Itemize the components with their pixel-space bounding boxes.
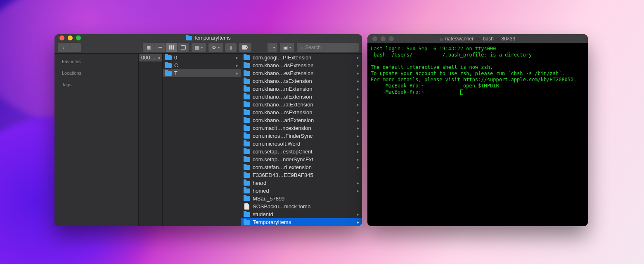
finder-toolbar: ‹ › ▦ ☰ ▦▾ ▾ ▾ ▣▾ ⌕ Search xyxy=(54,42,362,54)
search-icon: ⌕ xyxy=(300,45,303,50)
column-row[interactable]: MSau_57899 xyxy=(241,195,362,203)
sidebar-heading-favorites[interactable]: Favorites xyxy=(54,57,138,66)
column-row[interactable]: com.micros…FinderSync▸ xyxy=(241,132,362,140)
folder-icon xyxy=(244,126,250,131)
column-row[interactable]: com.stefan…ri.extension▸ xyxy=(241,163,362,171)
search-input[interactable]: ⌕ Search xyxy=(297,43,359,52)
column-row[interactable]: homed▸ xyxy=(241,187,362,195)
home-icon: ⌂ xyxy=(440,36,443,41)
column-row[interactable]: com.khano…ialExtension▸ xyxy=(241,101,362,108)
finder-window[interactable]: TemporaryItems ‹ › ▦ ☰ ▦▾ ▾ ▾ ▣▾ ⌕ Searc… xyxy=(54,34,362,226)
terminal-window[interactable]: ⌂ nateswanner — -bash — 80×33 Last login… xyxy=(367,34,588,226)
path-dropdown[interactable]: ▾ xyxy=(268,43,277,52)
column-row[interactable]: com.setap…nderSyncExt▸ xyxy=(241,156,362,163)
column-1[interactable]: 0▸C▸T▸ xyxy=(163,54,241,226)
column-2[interactable]: com.googl…PIExtension▸com.khano…dsExtens… xyxy=(241,54,362,226)
column-row[interactable]: C▸ xyxy=(163,61,241,69)
folder-icon xyxy=(244,102,250,107)
terminal-titlebar[interactable]: ⌂ nateswanner — -bash — 80×33 xyxy=(367,34,588,43)
column-row[interactable]: com.khano…dsExtension▸ xyxy=(241,61,362,69)
column-0[interactable]: 000gn▸ xyxy=(139,54,163,226)
column-row[interactable]: heard▸ xyxy=(241,179,362,187)
folder-icon xyxy=(186,36,192,40)
column-row[interactable]: T▸ xyxy=(163,69,241,77)
traffic-lights xyxy=(59,35,81,40)
group-by-button[interactable]: ▦▾ xyxy=(192,43,206,52)
share-button[interactable] xyxy=(225,43,237,52)
maximize-button[interactable] xyxy=(389,36,394,41)
folder-icon xyxy=(244,165,250,170)
folder-icon xyxy=(244,118,250,123)
column-row[interactable]: SOSBacku…nlock-tomb xyxy=(241,203,362,210)
column-row[interactable]: com.setap…esktopClient▸ xyxy=(241,148,362,156)
view-switcher[interactable]: ▦ ☰ xyxy=(143,43,189,52)
window-title: TemporaryItems xyxy=(194,35,231,41)
nav-group: ‹ › xyxy=(58,43,81,52)
file-icon xyxy=(244,203,249,210)
finder-body: Favorites Locations Tags 000gn▸ 0▸C▸T▸ c… xyxy=(54,54,362,226)
gallery-view-button[interactable] xyxy=(178,43,189,52)
folder-icon xyxy=(244,220,250,225)
traffic-lights xyxy=(372,36,394,41)
folder-icon xyxy=(244,212,250,217)
folder-icon xyxy=(244,87,250,92)
column-row[interactable]: com.khano…alExtension▸ xyxy=(241,93,362,101)
folder-icon xyxy=(244,110,250,115)
folder-icon xyxy=(165,55,172,60)
folder-icon xyxy=(165,63,172,68)
maximize-button[interactable] xyxy=(76,35,81,40)
column-row[interactable]: studentd▸ xyxy=(241,210,362,218)
column-row[interactable]: 0▸ xyxy=(163,54,241,61)
finder-titlebar[interactable]: TemporaryItems xyxy=(54,34,362,42)
minimize-button[interactable] xyxy=(381,36,386,41)
column-row[interactable]: com.khano…rsExtension▸ xyxy=(241,108,362,116)
column-row[interactable]: com.khano…ariExtension▸ xyxy=(241,116,362,124)
folder-icon xyxy=(244,94,250,99)
finder-columns: 000gn▸ 0▸C▸T▸ com.googl…PIExtension▸com.… xyxy=(139,54,362,226)
folder-icon xyxy=(244,181,250,186)
action-menu-button[interactable]: ▾ xyxy=(208,43,223,52)
close-button[interactable] xyxy=(372,36,377,41)
search-placeholder: Search xyxy=(305,45,321,50)
column-row[interactable]: 000gn▸ xyxy=(139,54,162,61)
folder-icon xyxy=(165,71,172,76)
column-row[interactable]: TemporaryItems▸ xyxy=(241,218,362,226)
forward-button[interactable]: › xyxy=(69,43,81,52)
folder-icon xyxy=(244,141,250,146)
window-title-group: TemporaryItems xyxy=(186,35,231,41)
tags-button[interactable] xyxy=(239,43,251,52)
close-button[interactable] xyxy=(59,35,64,40)
column-row[interactable]: com.khano…tsExtension▸ xyxy=(241,77,362,85)
folder-icon xyxy=(244,157,250,162)
terminal-output[interactable]: Last login: Sun Sep 6 19:43:22 on ttys00… xyxy=(367,43,588,226)
icon-view-button[interactable]: ▦ xyxy=(143,43,154,52)
folder-icon xyxy=(244,55,250,60)
column-row[interactable]: com.khano…esExtension▸ xyxy=(241,69,362,77)
minimize-button[interactable] xyxy=(68,35,73,40)
finder-sidebar[interactable]: Favorites Locations Tags xyxy=(54,54,139,226)
folder-icon xyxy=(244,134,250,139)
column-row[interactable]: F336ED43…EE9BAF845 xyxy=(241,171,362,179)
folder-icon xyxy=(244,71,250,76)
column-row[interactable]: com.macit…ncextension▸ xyxy=(241,124,362,132)
folder-icon xyxy=(244,149,250,154)
column-row[interactable]: com.khano…mExtension▸ xyxy=(241,85,362,93)
column-row[interactable]: com.microsoft.Word▸ xyxy=(241,140,362,148)
sidebar-heading-tags[interactable]: Tags xyxy=(54,80,138,89)
folder-icon xyxy=(244,63,250,68)
folder-icon xyxy=(244,196,250,201)
column-row[interactable]: com.googl…PIExtension▸ xyxy=(241,54,362,61)
list-view-button[interactable]: ☰ xyxy=(154,43,166,52)
column-view-button[interactable] xyxy=(166,43,178,52)
folder-icon xyxy=(244,79,250,84)
folder-icon xyxy=(244,189,250,193)
terminal-title-group: ⌂ nateswanner — -bash — 80×33 xyxy=(440,36,515,42)
back-button[interactable]: ‹ xyxy=(58,43,69,52)
sidebar-heading-locations[interactable]: Locations xyxy=(54,68,138,78)
recent-dropdown[interactable]: ▣▾ xyxy=(280,43,294,52)
terminal-title: nateswanner — -bash — 80×33 xyxy=(445,36,515,42)
folder-icon xyxy=(244,173,250,178)
